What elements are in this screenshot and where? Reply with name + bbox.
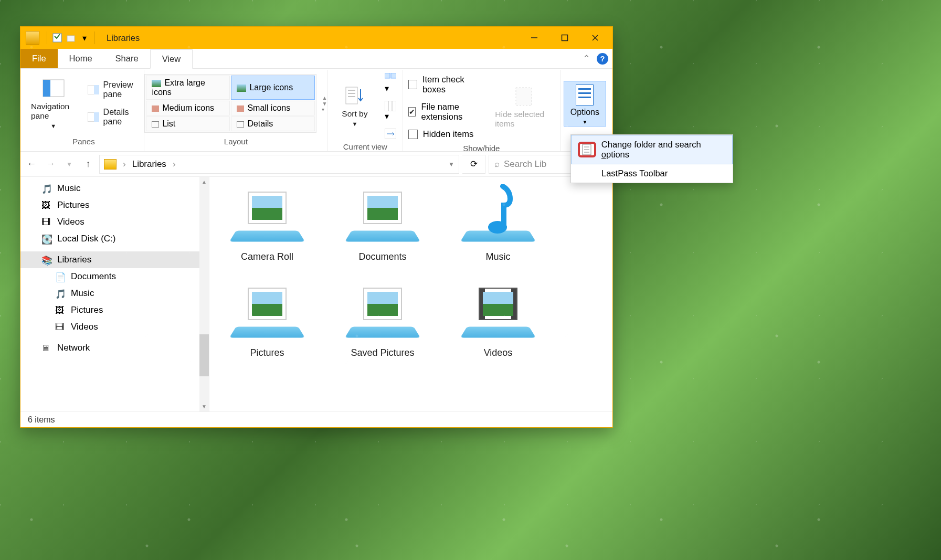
tree-item-videos[interactable]: 🎞Videos	[20, 214, 209, 230]
libraries-folder-icon	[104, 159, 117, 170]
up-button[interactable]: ↑	[80, 156, 96, 172]
library-music[interactable]: Music	[456, 187, 540, 262]
checkbox-file-extensions[interactable]: ✔File name extensions	[406, 100, 488, 123]
library-label: Videos	[484, 347, 513, 358]
checkbox-hidden-items[interactable]: Hidden items	[406, 128, 488, 141]
tree-item-localdisk[interactable]: 💽Local Disk (C:)	[20, 230, 209, 247]
forward-button[interactable]: →	[43, 156, 58, 172]
ribbon-tabs: File Home Share View ⌃ ?	[20, 49, 612, 69]
options-label: Options	[570, 108, 599, 117]
videos-icon: 🎞	[55, 322, 66, 332]
layout-gallery[interactable]: Extra large icons Large icons Medium ico…	[144, 74, 316, 133]
svg-rect-16	[385, 73, 390, 78]
documents-icon: 📄	[55, 272, 66, 281]
details-pane-label: Details pane	[103, 108, 136, 126]
pictures-icon: 🖼	[55, 305, 66, 315]
svg-rect-7	[43, 80, 50, 97]
options-button[interactable]: Options ▼	[564, 81, 606, 126]
search-placeholder: Search Lib	[504, 159, 546, 170]
refresh-button[interactable]: ⟳	[462, 155, 485, 174]
maximize-button[interactable]	[549, 27, 580, 49]
tree-item-network[interactable]: 🖥Network	[20, 340, 209, 356]
library-label: Camera Roll	[241, 251, 293, 262]
size-columns-icon[interactable]	[385, 129, 396, 139]
layout-small[interactable]: Small icons	[231, 101, 315, 115]
tree-item-pictures[interactable]: 🖼Pictures	[20, 197, 209, 214]
pictures-icon: 🖼	[41, 200, 52, 210]
minimize-button[interactable]	[519, 27, 549, 49]
sort-by-button[interactable]: Sort by ▼	[331, 83, 378, 129]
layout-list[interactable]: List	[146, 117, 230, 131]
music-icon: 🎵	[55, 289, 66, 298]
menu-change-folder-options[interactable]: Change folder and search options	[571, 135, 733, 164]
svg-rect-22	[516, 88, 532, 105]
tab-home[interactable]: Home	[58, 49, 104, 68]
search-icon: ⌕	[494, 159, 500, 170]
highlighted-options-icon	[578, 142, 596, 157]
videos-icon: 🎞	[41, 217, 52, 227]
file-explorer-window: ▾ Libraries File Home Share View ⌃ ? Nav…	[20, 26, 613, 428]
layout-medium[interactable]: Medium icons	[146, 101, 230, 115]
tree-item-libraries[interactable]: 📚Libraries	[20, 251, 209, 268]
help-icon[interactable]: ?	[597, 53, 608, 65]
explorer-app-icon	[26, 31, 39, 45]
preview-pane-button[interactable]: Preview pane	[83, 79, 141, 101]
tab-view[interactable]: View	[150, 49, 193, 69]
layout-details[interactable]: Details	[231, 117, 315, 131]
navigation-tree[interactable]: ▲▼ 🎵Music 🖼Pictures 🎞Videos 💽Local Disk …	[20, 177, 209, 411]
breadcrumb[interactable]: › Libraries › ▼	[99, 155, 459, 174]
ribbon: Navigation pane ▼ Preview pane Details p…	[20, 69, 612, 152]
navigation-pane-button[interactable]: Navigation pane ▼	[27, 76, 80, 131]
library-videos[interactable]: Videos	[456, 283, 540, 358]
tree-item-lib-music[interactable]: 🎵Music	[20, 285, 209, 302]
library-camera-roll[interactable]: Camera Roll	[225, 187, 309, 262]
details-pane-button[interactable]: Details pane	[83, 106, 141, 128]
menu-lastpass-toolbar[interactable]: LastPass Toolbar	[571, 164, 733, 183]
layout-large[interactable]: Large icons	[231, 76, 315, 100]
qat-dropdown-icon[interactable]: ▾	[79, 32, 90, 44]
close-button[interactable]	[580, 27, 610, 49]
hide-selected-button[interactable]: Hide selected items	[491, 83, 557, 131]
library-documents[interactable]: A Documents	[341, 187, 425, 262]
checkbox-item-checkboxes[interactable]: Item check boxes	[406, 73, 488, 96]
navigation-pane-label: Navigation pane	[31, 102, 76, 121]
library-label: Documents	[358, 251, 406, 262]
group-by-icon[interactable]: ▾	[385, 73, 396, 93]
preview-pane-label: Preview pane	[103, 80, 136, 99]
tree-item-lib-documents[interactable]: 📄Documents	[20, 268, 209, 285]
back-button[interactable]: ←	[24, 156, 39, 172]
group-panes: Navigation pane ▼ Preview pane Details p…	[24, 70, 144, 151]
layout-scroll[interactable]: ▲▼▾	[320, 95, 327, 112]
library-pictures[interactable]: Pictures	[225, 283, 309, 358]
window-title: Libraries	[107, 33, 140, 43]
tab-file[interactable]: File	[20, 49, 58, 68]
group-layout: Extra large icons Large icons Medium ico…	[144, 70, 328, 151]
breadcrumb-libraries[interactable]: Libraries	[132, 159, 166, 170]
tree-item-music[interactable]: 🎵Music	[20, 180, 209, 197]
layout-extra-large[interactable]: Extra large icons	[146, 76, 230, 100]
tree-scrollbar-thumb[interactable]	[199, 334, 209, 376]
separator	[47, 31, 47, 44]
svg-rect-9	[94, 85, 99, 94]
status-bar: 6 items	[20, 411, 612, 427]
tab-share[interactable]: Share	[104, 49, 150, 68]
group-layout-label: Layout	[224, 134, 248, 151]
recent-dropdown[interactable]: ▼	[61, 156, 77, 172]
tree-item-lib-videos[interactable]: 🎞Videos	[20, 319, 209, 335]
collapse-ribbon-icon[interactable]: ⌃	[583, 53, 590, 65]
qat-properties-icon[interactable]	[51, 32, 63, 44]
svg-rect-1	[67, 36, 75, 41]
libraries-icon: 📚	[41, 255, 52, 265]
items-pane[interactable]: Camera Roll A Documents Music Pictures S…	[209, 177, 612, 411]
window-buttons	[519, 27, 610, 49]
chevron-down-icon: ▼	[50, 123, 56, 129]
tree-item-lib-pictures[interactable]: 🖼Pictures	[20, 302, 209, 319]
breadcrumb-dropdown-icon[interactable]: ▼	[448, 161, 454, 168]
options-icon	[576, 84, 594, 105]
add-columns-icon[interactable]: ▾	[385, 101, 396, 121]
library-saved-pictures[interactable]: Saved Pictures	[341, 283, 425, 358]
qat-newfolder-icon[interactable]	[65, 32, 77, 44]
svg-rect-3	[562, 35, 568, 41]
svg-rect-29	[511, 289, 516, 319]
chevron-down-icon: ▼	[352, 121, 357, 127]
